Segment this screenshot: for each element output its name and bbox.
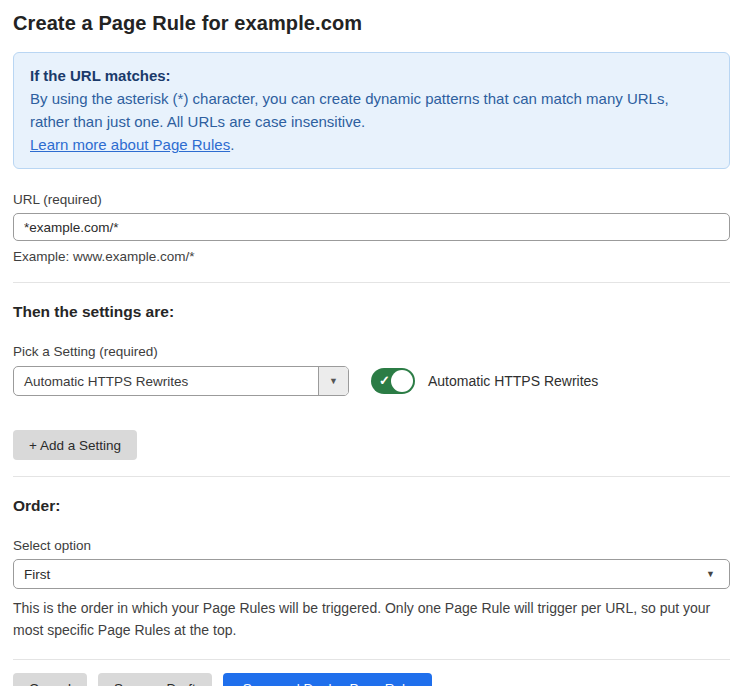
setting-dropdown[interactable]: Automatic HTTPS Rewrites ▼: [13, 366, 349, 396]
add-setting-button[interactable]: + Add a Setting: [13, 430, 137, 460]
setting-picker-row: Automatic HTTPS Rewrites ▼ ✓ Automatic H…: [13, 366, 730, 396]
setting-toggle-label: Automatic HTTPS Rewrites: [428, 373, 598, 389]
save-as-draft-button[interactable]: Save as Draft: [98, 673, 212, 686]
url-match-info-box: If the URL matches: By using the asteris…: [13, 52, 730, 169]
dropdown-arrow-icon: ▼: [329, 376, 338, 386]
cancel-button[interactable]: Cancel: [13, 673, 87, 686]
info-box-heading: If the URL matches:: [30, 64, 713, 87]
url-field-label: URL (required): [13, 192, 730, 207]
info-box-link-line: Learn more about Page Rules.: [30, 133, 713, 156]
page-rule-form: Create a Page Rule for example.com If th…: [0, 12, 743, 686]
setting-dropdown-button[interactable]: ▼: [318, 367, 348, 395]
page-title: Create a Page Rule for example.com: [13, 12, 730, 35]
url-input[interactable]: [13, 213, 730, 241]
save-and-deploy-button[interactable]: Save and Deploy Page Rule: [223, 673, 433, 686]
divider: [13, 282, 730, 283]
settings-section-heading: Then the settings are:: [13, 303, 730, 321]
setting-dropdown-value: Automatic HTTPS Rewrites: [14, 367, 318, 395]
setting-picker-label: Pick a Setting (required): [13, 344, 730, 359]
setting-toggle[interactable]: ✓: [371, 368, 415, 394]
order-select-label: Select option: [13, 538, 730, 553]
order-helper-text: This is the order in which your Page Rul…: [13, 597, 718, 641]
order-select-value: First: [24, 567, 706, 582]
learn-more-link[interactable]: Learn more about Page Rules: [30, 136, 230, 153]
select-arrow-icon: ▼: [706, 569, 715, 579]
toggle-knob: [391, 370, 413, 392]
order-section-heading: Order:: [13, 497, 730, 515]
order-select[interactable]: First ▼: [13, 559, 730, 589]
divider: [13, 659, 730, 660]
divider: [13, 476, 730, 477]
link-period: .: [230, 136, 234, 153]
action-bar: Cancel Save as Draft Save and Deploy Pag…: [13, 673, 730, 686]
info-box-body: By using the asterisk (*) character, you…: [30, 87, 690, 133]
url-field-helper: Example: www.example.com/*: [13, 249, 730, 264]
check-icon: ✓: [379, 374, 390, 387]
